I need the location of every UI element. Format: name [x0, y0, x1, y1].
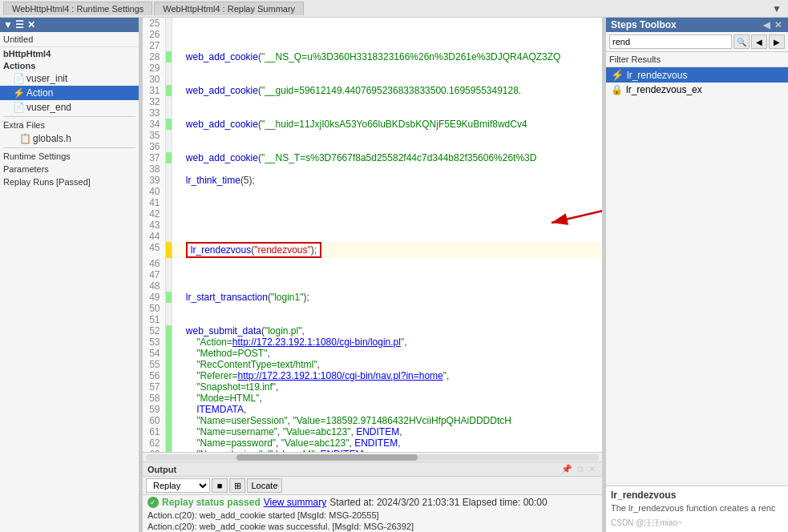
line-gutter [165, 292, 172, 303]
line-number: 60 [143, 415, 165, 426]
table-row: 34 web_add_cookie("__huid=11JxjI0ksA53Yo… [143, 119, 602, 130]
line-number: 28 [143, 51, 165, 62]
table-row: 35 [143, 130, 602, 141]
code-cell: "Referer=http://172.23.192.1:1080/cgi-bi… [172, 370, 602, 381]
line-gutter [165, 426, 172, 437]
scroll-thumb[interactable] [236, 454, 418, 461]
line-gutter [165, 325, 172, 337]
sidebar-header: ▼ ☰ ✕ [0, 18, 139, 32]
table-row: 27 [143, 40, 602, 51]
code-editor[interactable]: 25262728 web_add_cookie("__NS_Q=u%3D360H… [143, 18, 602, 452]
sidebar-item-vuser-init[interactable]: 📄 vuser_init [0, 71, 139, 86]
code-cell: "Name=username", "Value=abc123", ENDITEM… [172, 426, 602, 437]
sidebar-title: Untitled [0, 32, 139, 47]
view-summary-link[interactable]: View summary [264, 497, 326, 508]
toolbox-pin-icon[interactable]: ◀ [762, 20, 771, 30]
toolbox-close-icon[interactable]: ✕ [773, 20, 783, 30]
actions-label: Actions [0, 59, 139, 71]
line-number: 30 [143, 74, 165, 85]
table-row: 25 [143, 18, 602, 29]
line-gutter [165, 208, 172, 220]
line-number: 51 [143, 314, 165, 325]
tab-dropdown[interactable]: ▼ [769, 3, 785, 14]
line-gutter [165, 437, 172, 449]
line-gutter [165, 85, 172, 96]
table-row: 45 lr_rendezvous("rendezvous"); [143, 242, 602, 258]
output-line3: Action.c(20): web_add_cookie was success… [143, 521, 602, 532]
file-icon2: 📄 [13, 102, 24, 113]
result-item-rendezvous-ex[interactable]: 🔒 lr_rendezvous_ex [606, 83, 788, 97]
code-cell [172, 231, 602, 242]
pin-icon[interactable]: 📌 [560, 464, 574, 474]
line-gutter [165, 242, 172, 258]
result-item-rendezvous[interactable]: ⚡ lr_rendezvous [606, 67, 788, 83]
line-gutter [165, 314, 172, 325]
locate-btn[interactable]: Locate [247, 478, 282, 493]
line-gutter [165, 220, 172, 231]
code-cell [172, 62, 602, 74]
code-cell [172, 130, 602, 141]
sidebar-item-vuser-end[interactable]: 📄 vuser_end [0, 100, 139, 115]
code-cell [172, 107, 602, 119]
close-icon[interactable]: ✕ [587, 464, 597, 474]
line-number: 41 [143, 197, 165, 208]
table-row: 56 "Referer=http://172.23.192.1:1080/cgi… [143, 370, 602, 381]
table-row: 42 [143, 208, 602, 220]
sidebar-item-replay-runs[interactable]: Replay Runs [Passed] [0, 175, 139, 188]
line-number: 57 [143, 381, 165, 393]
stop-btn[interactable]: ■ [212, 478, 228, 493]
code-cell: ITEMDATA, [172, 404, 602, 415]
line-gutter [165, 370, 172, 381]
float-icon[interactable]: ⧉ [576, 464, 585, 474]
sidebar-item-globals[interactable]: 📋 globals.h [0, 131, 139, 146]
code-cell: web_add_cookie("__huid=11JxjI0ksA53Yo66l… [172, 119, 602, 130]
watermark: CSDN @汪汪miao~ [611, 518, 783, 529]
table-row: 60 "Name=userSession", "Value=138592.971… [143, 415, 602, 426]
sidebar-item-parameters[interactable]: Parameters [0, 163, 139, 175]
line-gutter [165, 18, 172, 29]
line-gutter [165, 96, 172, 107]
search-button[interactable]: 🔍 [733, 34, 750, 49]
output-mode-dropdown[interactable]: Replay [146, 478, 210, 493]
table-row: 43 [143, 220, 602, 231]
code-cell [172, 186, 602, 197]
line-number: 46 [143, 258, 165, 269]
line-number: 32 [143, 96, 165, 107]
code-cell [172, 197, 602, 208]
table-row: 32 [143, 96, 602, 107]
table-row: 50 [143, 303, 602, 314]
code-cell [172, 208, 602, 220]
table-row: 41 [143, 197, 602, 208]
search-input[interactable] [609, 34, 732, 49]
tab-replay-summary[interactable]: WebHttpHtml4 : Replay Summary [154, 2, 304, 15]
table-row: 57 "Snapshot=t19.inf", [143, 381, 602, 393]
filter-label: Filter Results [606, 52, 788, 67]
line-number: 55 [143, 359, 165, 370]
line-gutter [165, 197, 172, 208]
line-number: 63 [143, 449, 165, 452]
table-row: 49 lr_start_transaction("login1"); [143, 292, 602, 303]
horizontal-scrollbar[interactable] [143, 452, 602, 461]
search-back-btn[interactable]: ◀ [751, 34, 767, 49]
line-number: 40 [143, 186, 165, 197]
tab-runtime-settings[interactable]: WebHttpHtml4 : Runtime Settings [3, 2, 152, 15]
sidebar-item-runtime-settings[interactable]: Runtime Settings [0, 150, 139, 163]
line-number: 29 [143, 62, 165, 74]
code-cell [172, 29, 602, 40]
table-row: 38 [143, 163, 602, 175]
line-gutter [165, 269, 172, 280]
line-gutter [165, 280, 172, 292]
sidebar-item-action[interactable]: ⚡ Action [0, 86, 139, 100]
table-row: 28 web_add_cookie("__NS_Q=u%3D360H331832… [143, 51, 602, 62]
line-number: 31 [143, 85, 165, 96]
code-cell: web_submit_data("login.pl", [172, 325, 602, 337]
line-number: 38 [143, 163, 165, 175]
output-header: Output 📌 ⧉ ✕ [143, 462, 602, 477]
line-number: 25 [143, 18, 165, 29]
sidebar-item-extra-files[interactable]: Extra Files [0, 119, 139, 131]
line-gutter [165, 51, 172, 62]
search-fwd-btn[interactable]: ▶ [769, 34, 785, 49]
grid-btn[interactable]: ⊞ [229, 478, 245, 493]
output-title: Output [147, 465, 560, 474]
line-number: 48 [143, 280, 165, 292]
